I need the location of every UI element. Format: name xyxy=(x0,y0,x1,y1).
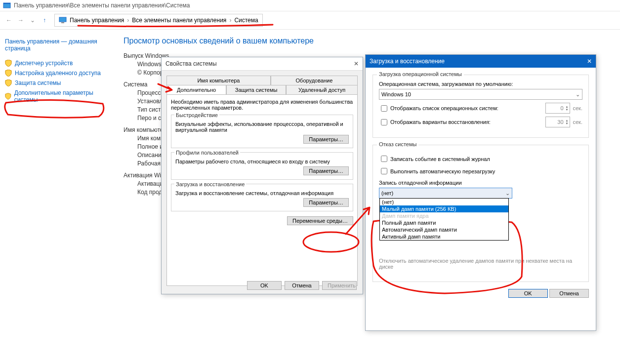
forward-button[interactable]: → xyxy=(15,14,27,26)
group-title: Загрузка операционной системы xyxy=(377,71,464,77)
tab-computer-name[interactable]: Имя компьютера xyxy=(166,76,271,85)
titlebar: Панель управления\Все элементы панели уп… xyxy=(0,0,620,11)
sidebar: Панель управления — домашняя страница Ди… xyxy=(0,30,114,364)
window-title: Панель управления\Все элементы панели уп… xyxy=(14,2,190,9)
tab-body: Необходимо иметь права администратора дл… xyxy=(166,94,358,286)
checkbox[interactable] xyxy=(381,156,387,162)
dialog-title: Свойства системы ✕ xyxy=(162,57,363,71)
close-icon[interactable]: ✕ xyxy=(587,58,592,65)
tab-remote[interactable]: Удаленный доступ xyxy=(286,85,358,94)
tab-hardware[interactable]: Оборудование xyxy=(271,76,358,85)
sidebar-home[interactable]: Панель управления — домашняя страница xyxy=(5,37,109,53)
recovery-seconds-input[interactable]: 30▲▼ xyxy=(545,117,570,127)
chevron-down-icon: ⌄ xyxy=(505,190,510,197)
dump-option[interactable]: Малый дамп памяти (256 КВ) xyxy=(380,205,508,212)
page-title: Просмотр основных сведений о вашем компь… xyxy=(124,37,620,45)
dump-type-dropdown[interactable]: (нет) Малый дамп памяти (256 КВ) Дамп па… xyxy=(379,198,509,241)
apply-button[interactable]: Применить xyxy=(322,281,357,290)
group-text: Загрузка и восстановление системы, отлад… xyxy=(175,190,349,196)
spinner-icon[interactable]: ▲▼ xyxy=(566,105,569,111)
checkbox[interactable] xyxy=(381,119,387,125)
close-icon[interactable]: ✕ xyxy=(354,60,359,67)
sidebar-advanced-system-settings[interactable]: Дополнительные параметры системы xyxy=(5,88,109,105)
ok-button[interactable]: OK xyxy=(508,289,548,298)
environment-variables-button[interactable]: Переменные среды… xyxy=(287,216,353,225)
dump-option[interactable]: Дамп памяти ядра xyxy=(380,212,508,219)
dump-info-label: Запись отладочной информации xyxy=(379,180,582,186)
sidebar-system-protection[interactable]: Защита системы xyxy=(5,78,109,88)
chevron-down-icon: ⌄ xyxy=(576,91,580,98)
shield-icon xyxy=(5,70,12,77)
navbar: ← → ⌄ ↑ Панель управления › Все элементы… xyxy=(0,11,620,30)
default-os-select[interactable]: Windows 10⌄ xyxy=(379,89,582,100)
performance-group: Быстродействие Визуальные эффекты, испол… xyxy=(171,115,353,148)
dump-option[interactable]: Полный дамп памяти xyxy=(380,219,508,226)
cancel-button[interactable]: Отмена xyxy=(285,281,319,290)
show-os-list-checkbox[interactable]: Отображать список операционных систем: 0… xyxy=(379,103,582,114)
startup-recovery-dialog: Загрузка и восстановление ✕ Загрузка опе… xyxy=(365,54,596,331)
group-title: Загрузка и восстановление xyxy=(174,181,246,187)
tab-advanced[interactable]: Дополнительно xyxy=(166,85,226,94)
write-event-checkbox[interactable]: Записать событие в системный журнал xyxy=(379,154,582,163)
os-list-seconds-input[interactable]: 0▲▼ xyxy=(545,103,570,114)
auto-restart-checkbox[interactable]: Выполнить автоматическую перезагрузку xyxy=(379,166,582,176)
monitor-icon xyxy=(59,16,67,24)
up-button[interactable]: ↑ xyxy=(39,14,50,26)
profiles-settings-button[interactable]: Параметры… xyxy=(303,166,349,175)
show-recovery-checkbox[interactable]: Отображать варианты восстановления: 30▲▼… xyxy=(379,117,582,127)
spinner-icon[interactable]: ▲▼ xyxy=(566,119,569,125)
system-failure-group: Отказ системы Записать событие в системн… xyxy=(372,145,589,282)
chevron-right-icon: › xyxy=(229,17,231,24)
dump-option[interactable]: Автоматический дамп памяти xyxy=(380,226,508,233)
default-os-label: Операционная система, загружаемая по умо… xyxy=(379,81,582,87)
tab-system-protection[interactable]: Защита системы xyxy=(226,85,286,94)
svg-rect-1 xyxy=(3,3,10,4)
ok-button[interactable]: OK xyxy=(247,281,282,290)
group-title: Быстродействие xyxy=(174,112,219,118)
shield-icon xyxy=(5,93,11,100)
crumb-2[interactable]: Система xyxy=(234,17,258,24)
system-properties-dialog: Свойства системы ✕ Имя компьютера Оборуд… xyxy=(161,57,363,294)
startup-recovery-settings-button[interactable]: Параметры… xyxy=(303,198,349,207)
crumb-0[interactable]: Панель управления xyxy=(70,17,124,24)
crumb-1[interactable]: Все элементы панели управления xyxy=(132,17,226,24)
admin-note: Необходимо иметь права администратора дл… xyxy=(171,99,353,111)
profiles-group: Профили пользователей Параметры рабочего… xyxy=(171,152,353,180)
cancel-button[interactable]: Отмена xyxy=(549,289,589,298)
shield-icon xyxy=(5,80,12,86)
group-text: Визуальные эффекты, использование процес… xyxy=(175,121,349,133)
startup-recovery-group: Загрузка и восстановление Загрузка и вос… xyxy=(171,184,353,211)
dialog-title: Загрузка и восстановление ✕ xyxy=(366,55,596,68)
dump-option[interactable]: Активный дамп памяти xyxy=(380,233,508,240)
disable-auto-delete-label: Отключить автоматическое удаление дампов… xyxy=(379,258,582,270)
svg-rect-3 xyxy=(61,22,64,23)
group-text: Параметры рабочего стола, относящиеся ко… xyxy=(175,159,349,164)
back-button[interactable]: ← xyxy=(3,14,15,26)
breadcrumb[interactable]: Панель управления › Все элементы панели … xyxy=(54,14,263,27)
shield-icon xyxy=(5,60,12,67)
sidebar-device-manager[interactable]: Диспетчер устройств xyxy=(5,58,109,68)
checkbox[interactable] xyxy=(381,105,387,112)
chevron-right-icon: › xyxy=(127,17,129,24)
group-title: Профили пользователей xyxy=(174,150,240,156)
recent-button[interactable]: ⌄ xyxy=(27,14,39,26)
svg-rect-2 xyxy=(59,17,66,22)
checkbox[interactable] xyxy=(381,168,387,174)
sidebar-remote-settings[interactable]: Настройка удаленного доступа xyxy=(5,68,109,78)
dump-type-select[interactable]: (нет)⌄ (нет) Малый дамп памяти (256 КВ) … xyxy=(379,188,512,199)
control-panel-icon xyxy=(3,1,11,9)
performance-settings-button[interactable]: Параметры… xyxy=(303,135,349,144)
boot-group: Загрузка операционной системы Операционн… xyxy=(372,75,589,138)
dump-option[interactable]: (нет) xyxy=(380,199,508,205)
group-title: Отказ системы xyxy=(377,141,418,147)
